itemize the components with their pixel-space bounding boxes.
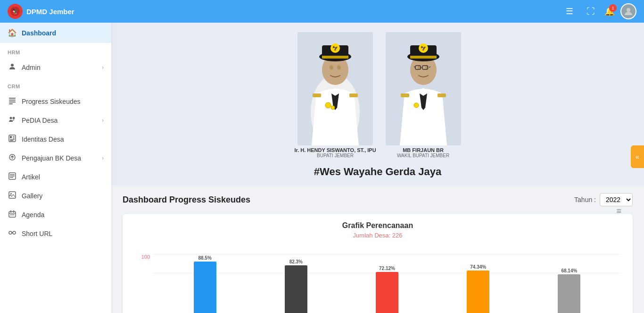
identitas-desa-icon bbox=[8, 135, 17, 144]
bupati-name: Ir. H. HENDY SISWANTO, ST., IPU bbox=[294, 147, 376, 153]
avatar[interactable] bbox=[620, 3, 636, 19]
svg-rect-15 bbox=[10, 140, 13, 141]
layout: 🏠 Dashboard HRM Admin › CRM bbox=[0, 23, 644, 313]
sidebar-item-pengajuan-bk-desa[interactable]: Pengajuan BK Desa › bbox=[0, 149, 111, 168]
expand-button[interactable]: ⛶ bbox=[583, 5, 599, 18]
bupati-photo: 🦅 bbox=[297, 32, 373, 145]
svg-rect-45 bbox=[401, 93, 409, 97]
sidebar-item-pedia-desa[interactable]: PeDIA Desa › bbox=[0, 111, 111, 130]
bar-1: 88.5% bbox=[164, 255, 246, 313]
progress-siskeudes-label: Progress Siskeudes bbox=[22, 98, 81, 105]
gallery-inner: Gallery bbox=[8, 191, 42, 201]
svg-rect-19 bbox=[10, 176, 15, 177]
dashboard-title: Dashboard Progress Siskeudes bbox=[123, 195, 250, 205]
agenda-inner: Agenda bbox=[8, 210, 44, 220]
sidebar-item-admin[interactable]: Admin › bbox=[0, 58, 111, 77]
sidebar-item-progress-siskeudes[interactable]: Progress Siskeudes bbox=[0, 92, 111, 111]
svg-rect-34 bbox=[349, 93, 358, 97]
svg-rect-33 bbox=[313, 93, 321, 97]
bupati-title: BUPATI JEMBER bbox=[294, 153, 376, 158]
chart-card: Grafik Perencanaan Jumlah Desa: 226 ≡ 10… bbox=[123, 214, 633, 313]
hero-officials: 🦅 Ir. H. HENDY SISWANTO, ST., IPU BUPATI… bbox=[294, 32, 461, 158]
hero-section: 🦅 Ir. H. HENDY SISWANTO, ST., IPU BUPATI… bbox=[111, 23, 644, 186]
short-url-icon bbox=[8, 229, 17, 238]
sidebar-item-short-url[interactable]: Short URL bbox=[0, 224, 111, 243]
gallery-icon bbox=[8, 191, 17, 201]
pedia-desa-inner: PeDIA Desa bbox=[8, 116, 58, 125]
svg-rect-5 bbox=[9, 100, 16, 101]
y-label-100: 100 bbox=[141, 254, 150, 260]
menu-toggle-button[interactable]: ☰ bbox=[562, 4, 577, 18]
artikel-label: Artikel bbox=[22, 173, 40, 181]
svg-point-8 bbox=[10, 117, 12, 119]
progress-siskeudes-icon bbox=[8, 97, 17, 106]
notification-button[interactable]: 🔔 1 bbox=[604, 6, 615, 17]
pedia-desa-icon bbox=[8, 116, 17, 125]
bar-3: 72.12% bbox=[346, 266, 428, 313]
svg-point-9 bbox=[13, 117, 15, 119]
sidebar-item-gallery[interactable]: Gallery bbox=[0, 186, 111, 205]
chart-menu-icon[interactable]: ≡ bbox=[617, 206, 622, 221]
main-content: 🦅 Ir. H. HENDY SISWANTO, ST., IPU BUPATI… bbox=[111, 23, 644, 313]
bar-5-label: 68.14% bbox=[561, 268, 577, 273]
svg-rect-4 bbox=[9, 98, 16, 99]
official-bupati: 🦅 Ir. H. HENDY SISWANTO, ST., IPU BUPATI… bbox=[294, 32, 376, 158]
pedia-desa-label: PeDIA Desa bbox=[22, 117, 58, 124]
svg-point-36 bbox=[330, 65, 333, 70]
collapse-panel-button[interactable]: « bbox=[631, 145, 644, 168]
svg-text:🦅: 🦅 bbox=[12, 8, 19, 15]
bar-4-rect bbox=[467, 271, 489, 313]
svg-rect-56 bbox=[410, 56, 437, 59]
svg-text:🦅: 🦅 bbox=[332, 45, 339, 51]
wakil-name: MB FIRJAUN BR bbox=[397, 147, 449, 153]
year-selector: Tahun : 2020 2021 2022 2023 bbox=[574, 193, 633, 206]
sidebar-item-artikel[interactable]: Artikel bbox=[0, 168, 111, 186]
agenda-label: Agenda bbox=[22, 211, 44, 219]
svg-rect-24 bbox=[10, 214, 11, 215]
progress-siskeudes-inner: Progress Siskeudes bbox=[8, 97, 81, 106]
artikel-inner: Artikel bbox=[8, 172, 40, 182]
sidebar-item-agenda[interactable]: Agenda bbox=[0, 205, 111, 224]
app-name: DPMD Jember bbox=[26, 8, 74, 16]
bar-4: 74.34% bbox=[438, 264, 519, 313]
pengajuan-bk-desa-inner: Pengajuan BK Desa bbox=[8, 153, 81, 163]
svg-point-28 bbox=[13, 231, 16, 234]
identitas-desa-inner: Identitas Desa bbox=[8, 135, 64, 144]
svg-point-37 bbox=[337, 65, 341, 70]
svg-rect-14 bbox=[10, 139, 15, 140]
svg-point-27 bbox=[9, 231, 12, 234]
identitas-desa-label: Identitas Desa bbox=[22, 135, 64, 143]
pedia-desa-chevron: › bbox=[102, 117, 104, 124]
bar-2-label: 82.3% bbox=[289, 259, 303, 264]
hero-tagline: #Wes Wayahe Gerda Jaya bbox=[314, 166, 441, 178]
sidebar-item-identitas-desa[interactable]: Identitas Desa bbox=[0, 130, 111, 149]
svg-rect-21 bbox=[9, 192, 16, 198]
bar-2-rect bbox=[285, 265, 307, 313]
chart-title: Grafik Perencanaan bbox=[297, 221, 459, 230]
svg-rect-42 bbox=[322, 56, 348, 59]
year-select[interactable]: 2020 2021 2022 2023 bbox=[600, 193, 633, 206]
bar-3-rect bbox=[376, 272, 398, 313]
svg-point-2 bbox=[627, 8, 630, 12]
artikel-icon bbox=[8, 172, 17, 182]
svg-rect-11 bbox=[10, 136, 12, 138]
svg-point-32 bbox=[331, 106, 335, 110]
bupati-caption: Ir. H. HENDY SISWANTO, ST., IPU BUPATI J… bbox=[294, 147, 376, 158]
wakil-title: WAKIL BUPATI JEMBER bbox=[397, 153, 449, 158]
admin-chevron: › bbox=[102, 64, 104, 71]
bar-chart: 100 80 88.5% bbox=[134, 254, 621, 313]
sidebar: 🏠 Dashboard HRM Admin › CRM bbox=[0, 23, 111, 313]
official-wakil: 🦅 MB FIRJAUN BR WAKIL BUPATI JEMBER bbox=[386, 32, 461, 158]
dashboard-icon: 🏠 bbox=[8, 28, 17, 37]
svg-rect-46 bbox=[438, 93, 446, 97]
hrm-section-label: HRM bbox=[0, 43, 111, 58]
bar-4-label: 74.34% bbox=[470, 264, 486, 270]
sidebar-item-dashboard[interactable]: 🏠 Dashboard bbox=[0, 23, 111, 43]
admin-icon bbox=[8, 63, 17, 72]
app-logo: 🦅 DPMD Jember bbox=[8, 4, 556, 19]
pengajuan-bk-desa-chevron: › bbox=[102, 155, 104, 161]
svg-rect-18 bbox=[10, 174, 15, 175]
bar-1-label: 88.5% bbox=[198, 255, 211, 261]
year-label: Tahun : bbox=[574, 196, 596, 203]
pengajuan-bk-desa-label: Pengajuan BK Desa bbox=[22, 154, 81, 162]
